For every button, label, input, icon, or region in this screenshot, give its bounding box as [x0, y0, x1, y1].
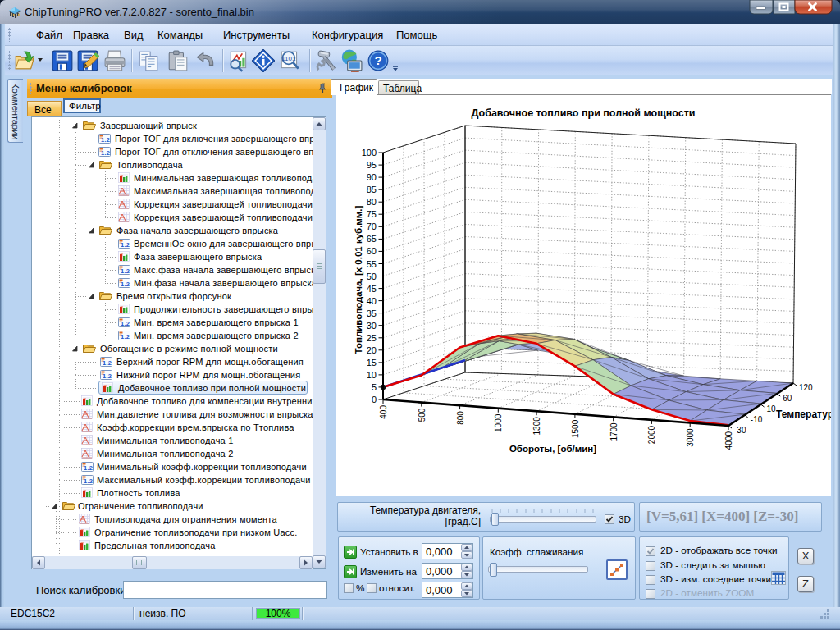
svg-text:50: 50	[367, 272, 377, 281]
svg-text:-30: -30	[734, 426, 746, 435]
svg-text:45: 45	[367, 284, 377, 294]
svg-text:30: 30	[367, 321, 377, 331]
svg-text:?: ?	[374, 53, 381, 67]
svg-text:Топливоподача, [х 0.01 куб.мм: Топливоподача, [х 0.01 куб.мм.]	[354, 205, 363, 354]
svg-text:95: 95	[367, 160, 377, 170]
svg-text:Температура: Температура	[776, 409, 831, 420]
svg-text:10: 10	[767, 404, 777, 413]
svg-text:1700: 1700	[609, 422, 619, 441]
svg-text:20: 20	[367, 345, 377, 355]
svg-text:-10: -10	[751, 415, 763, 424]
svg-text:90: 90	[367, 172, 377, 182]
svg-text:10: 10	[367, 370, 377, 380]
svg-text:120: 120	[799, 383, 813, 392]
svg-text:15: 15	[367, 358, 377, 368]
svg-text:100: 100	[362, 148, 377, 158]
svg-text:1000: 1000	[494, 413, 503, 432]
svg-text:0: 0	[372, 395, 377, 404]
svg-text:Обороты, [об/мин]: Обороты, [об/мин]	[509, 444, 596, 454]
svg-text:1300: 1300	[532, 417, 541, 436]
svg-text:60: 60	[367, 246, 377, 256]
svg-text:3000: 3000	[686, 428, 695, 447]
svg-text:1101: 1101	[281, 55, 296, 62]
svg-text:35: 35	[367, 308, 377, 318]
svg-text:70: 70	[367, 221, 377, 231]
svg-text:75: 75	[367, 209, 377, 219]
svg-text:4000: 4000	[724, 431, 733, 450]
svg-text:5: 5	[372, 382, 377, 392]
svg-text:400: 400	[379, 405, 388, 419]
svg-text:55: 55	[367, 259, 377, 269]
svg-text:1500: 1500	[571, 419, 580, 438]
svg-text:Добавочное топливо при полной: Добавочное топливо при полной мощности	[471, 107, 695, 119]
svg-text:80: 80	[367, 197, 377, 207]
svg-text:500: 500	[418, 408, 427, 422]
svg-text:2000: 2000	[647, 425, 656, 444]
svg-text:40: 40	[367, 296, 377, 306]
svg-text:60: 60	[783, 394, 792, 403]
svg-text:85: 85	[367, 185, 377, 194]
svg-text:65: 65	[367, 234, 377, 244]
svg-text:800: 800	[456, 411, 465, 425]
svg-text:25: 25	[367, 333, 377, 343]
